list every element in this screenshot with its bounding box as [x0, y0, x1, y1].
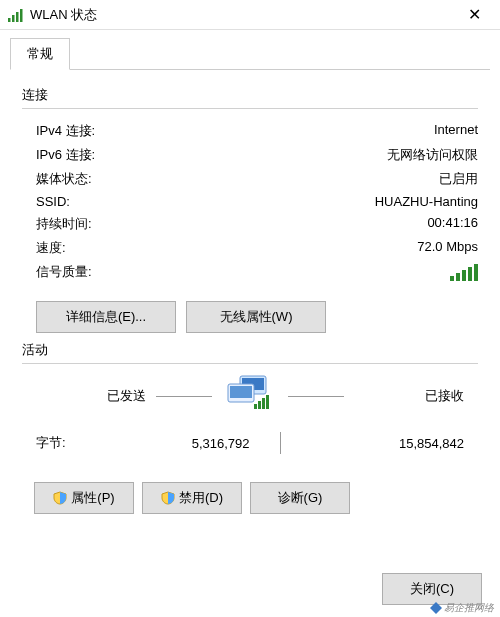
sent-label: 已发送	[36, 387, 146, 405]
bytes-received-value: 15,854,842	[281, 436, 465, 451]
divider	[156, 396, 212, 397]
diagnose-button[interactable]: 诊断(G)	[250, 482, 350, 514]
connection-group: 连接 IPv4 连接: Internet IPv6 连接: 无网络访问权限 媒体…	[22, 86, 478, 333]
ipv4-value: Internet	[434, 122, 478, 140]
disable-label: 禁用(D)	[179, 489, 223, 507]
computers-icon	[222, 374, 278, 418]
ssid-value: HUAZHU-Hanting	[375, 194, 478, 209]
svg-rect-3	[20, 9, 23, 22]
speed-value: 72.0 Mbps	[417, 239, 478, 257]
divider	[288, 396, 344, 397]
ipv4-label: IPv4 连接:	[36, 122, 95, 140]
activity-group-title: 活动	[22, 341, 478, 359]
shield-icon	[53, 491, 67, 505]
svg-rect-1	[12, 15, 15, 22]
logo-icon	[430, 602, 442, 614]
divider	[22, 108, 478, 109]
wireless-properties-button[interactable]: 无线属性(W)	[186, 301, 326, 333]
bytes-label: 字节:	[36, 434, 96, 452]
shield-icon	[161, 491, 175, 505]
duration-value: 00:41:16	[427, 215, 478, 233]
ipv6-label: IPv6 连接:	[36, 146, 95, 164]
divider	[22, 363, 478, 364]
close-button[interactable]: ✕	[454, 1, 494, 29]
tab-general[interactable]: 常规	[10, 38, 70, 70]
speed-label: 速度:	[36, 239, 66, 257]
signal-bars-icon	[450, 263, 478, 281]
svg-rect-7	[230, 386, 252, 398]
ssid-label: SSID:	[36, 194, 70, 209]
watermark: 易企推网络	[430, 601, 494, 615]
received-label: 已接收	[354, 387, 464, 405]
properties-label: 属性(P)	[71, 489, 114, 507]
watermark-text: 易企推网络	[444, 601, 494, 615]
media-value: 已启用	[439, 170, 478, 188]
signal-icon	[8, 8, 24, 22]
signal-value	[450, 263, 478, 284]
tab-separator	[10, 69, 490, 70]
duration-label: 持续时间:	[36, 215, 92, 233]
details-button[interactable]: 详细信息(E)...	[36, 301, 176, 333]
svg-rect-9	[258, 401, 261, 409]
svg-rect-8	[254, 404, 257, 409]
window-title: WLAN 状态	[30, 6, 454, 24]
svg-rect-0	[8, 18, 11, 22]
media-label: 媒体状态:	[36, 170, 92, 188]
svg-rect-2	[16, 12, 19, 22]
bytes-sent-value: 5,316,792	[96, 436, 280, 451]
disable-button[interactable]: 禁用(D)	[142, 482, 242, 514]
connection-group-title: 连接	[22, 86, 478, 104]
activity-group: 活动 已发送 已接收 字节:	[22, 341, 478, 514]
svg-rect-11	[266, 395, 269, 409]
svg-rect-10	[262, 398, 265, 409]
properties-button[interactable]: 属性(P)	[34, 482, 134, 514]
signal-label: 信号质量:	[36, 263, 92, 284]
ipv6-value: 无网络访问权限	[387, 146, 478, 164]
